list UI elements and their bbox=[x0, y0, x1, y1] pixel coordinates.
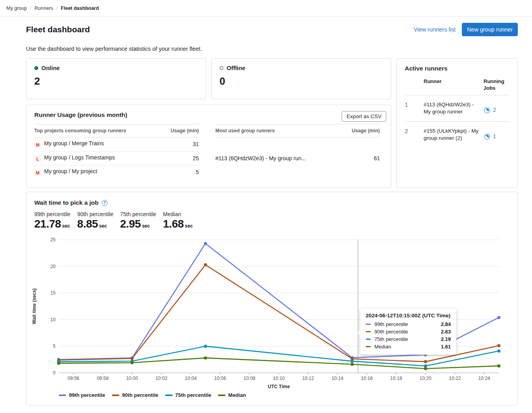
online-status-icon bbox=[34, 66, 38, 70]
offline-status-icon bbox=[219, 66, 223, 70]
stat-75th-percentile: 75th percentile 2.95sec bbox=[120, 211, 156, 230]
svg-text:0: 0 bbox=[53, 370, 56, 376]
page-description: Use the dashboard to view performance st… bbox=[26, 46, 518, 52]
legend-swatch-99th bbox=[59, 394, 66, 396]
fleet-dashboard-page: My group / Runners / Fleet dashboard Fle… bbox=[0, 0, 532, 413]
online-runners-card: Online 2 bbox=[26, 58, 206, 99]
breadcrumb-separator: / bbox=[56, 6, 58, 11]
page-header: Fleet dashboard View runners list New gr… bbox=[26, 23, 518, 36]
chart-tooltip: 2024-06-12T10:15:00Z (UTC Time) 99th per… bbox=[360, 309, 456, 355]
project-usage: 5 bbox=[160, 165, 199, 179]
table-row: #113 (6QHdzW2e3) - My group run... 61 bbox=[216, 137, 380, 179]
running-jobs-count[interactable]: 2 bbox=[493, 107, 496, 113]
dashboard-cards: Online 2 Offline 0 Active runners Runner bbox=[26, 58, 518, 188]
running-jobs-column-header: Running Jobs bbox=[484, 78, 510, 92]
usage-tables: Top projects consuming group runners Usa… bbox=[34, 124, 380, 179]
runner-column-header: Runner bbox=[424, 78, 482, 92]
svg-text:10:10: 10:10 bbox=[273, 376, 285, 381]
table-row: MMy group / My project 5 bbox=[34, 165, 199, 179]
svg-text:5: 5 bbox=[53, 343, 56, 349]
svg-text:10:12: 10:12 bbox=[302, 376, 314, 381]
top-projects-column-header: Top projects consuming group runners bbox=[34, 124, 160, 137]
project-usage: 25 bbox=[160, 151, 199, 165]
project-usage: 31 bbox=[160, 137, 199, 152]
svg-text:10:04: 10:04 bbox=[185, 376, 197, 381]
tooltip-row: 75th percentile 2.19 bbox=[366, 336, 451, 342]
offline-count: 0 bbox=[219, 75, 383, 87]
online-count: 2 bbox=[34, 75, 198, 87]
runner-name: #155 (ULkKYpkpt) - My group runner (2) bbox=[424, 128, 482, 142]
project-avatar: M bbox=[34, 170, 41, 176]
online-label: Online bbox=[41, 65, 60, 71]
running-jobs-cell: 2 bbox=[484, 107, 510, 115]
runner-usage-card: Runner Usage (previous month) Export as … bbox=[26, 105, 391, 188]
series-swatch-90th bbox=[366, 331, 371, 332]
offline-label: Offline bbox=[227, 65, 246, 71]
running-jobs-count[interactable]: 1 bbox=[493, 133, 496, 139]
page-title: Fleet dashboard bbox=[26, 25, 90, 34]
series-swatch-median bbox=[366, 346, 371, 347]
legend-item-90th[interactable]: 90th percentile bbox=[112, 392, 158, 398]
offline-label-row: Offline bbox=[219, 65, 383, 71]
help-icon[interactable]: ? bbox=[102, 200, 108, 206]
series-swatch-99th bbox=[366, 324, 371, 325]
active-runners-header: Runner Running Jobs bbox=[405, 78, 510, 95]
breadcrumb-my-group[interactable]: My group bbox=[6, 6, 27, 11]
table-row: MMy group / Merge Trains 31 bbox=[34, 137, 199, 152]
project-name: My group / Merge Trains bbox=[44, 140, 104, 146]
project-avatar: L bbox=[34, 156, 41, 162]
breadcrumb: My group / Runners / Fleet dashboard bbox=[0, 0, 532, 17]
running-status-icon bbox=[484, 107, 491, 114]
legend-item-75th[interactable]: 75th percentile bbox=[165, 392, 212, 398]
svg-text:10:16: 10:16 bbox=[361, 376, 373, 381]
running-jobs-cell: 1 bbox=[484, 133, 510, 142]
active-runners-panel: Active runners Runner Running Jobs 1 #11… bbox=[396, 58, 518, 188]
most-used-runners-table: Most used group runners Usage (min) #113… bbox=[216, 124, 380, 179]
wait-time-title-row: Wait time to pick a job ? bbox=[26, 192, 517, 206]
table-row: 1 #113 (6QHdzW2e3) - My group runner 2 bbox=[405, 95, 510, 122]
running-status-icon bbox=[484, 133, 491, 140]
table-row: LMy group / Logs Timestamps 25 bbox=[34, 151, 199, 165]
svg-text:20: 20 bbox=[50, 264, 56, 269]
breadcrumb-runners[interactable]: Runners bbox=[35, 6, 53, 11]
tooltip-row: 90th percentile 2.63 bbox=[366, 329, 451, 335]
wait-time-stats: 99th percentile 21.78sec 90th percentile… bbox=[34, 211, 517, 230]
active-runners-title: Active runners bbox=[405, 65, 510, 72]
legend-swatch-90th bbox=[112, 394, 119, 396]
header-actions: View runners list New group runner bbox=[414, 23, 518, 36]
usage-min-column-header: Usage (min) bbox=[341, 124, 380, 137]
series-swatch-75th bbox=[366, 339, 371, 340]
new-group-runner-button[interactable]: New group runner bbox=[462, 23, 518, 36]
top-projects-table: Top projects consuming group runners Usa… bbox=[34, 124, 199, 179]
wait-time-title: Wait time to pick a job bbox=[34, 199, 99, 206]
svg-text:09:58: 09:58 bbox=[97, 376, 109, 381]
stat-99th-percentile: 99th percentile 21.78sec bbox=[34, 211, 71, 230]
svg-text:10:20: 10:20 bbox=[420, 376, 432, 381]
project-name: My group / Logs Timestamps bbox=[44, 154, 115, 161]
view-runners-list-link[interactable]: View runners list bbox=[414, 26, 456, 33]
runner-usage-title: Runner Usage (previous month) bbox=[34, 111, 380, 119]
legend-item-99th[interactable]: 99th percentile bbox=[59, 392, 105, 398]
runner-name: #113 (6QHdzW2e3) - My group runner bbox=[424, 101, 482, 115]
project-avatar: M bbox=[34, 142, 41, 148]
svg-text:10:14: 10:14 bbox=[331, 376, 343, 381]
svg-text:10:22: 10:22 bbox=[449, 376, 461, 381]
svg-text:15: 15 bbox=[50, 290, 56, 296]
legend-swatch-75th bbox=[165, 394, 173, 396]
legend-swatch-median bbox=[218, 394, 225, 396]
active-runners-table: Runner Running Jobs 1 #113 (6QHdzW2e3) -… bbox=[405, 78, 510, 148]
tooltip-row: Median 1.61 bbox=[366, 344, 451, 350]
svg-text:10:18: 10:18 bbox=[390, 376, 402, 381]
svg-text:09:56: 09:56 bbox=[67, 376, 79, 381]
svg-text:10:08: 10:08 bbox=[244, 376, 255, 381]
most-used-column-header: Most used group runners bbox=[216, 124, 341, 137]
runner-usage-value: 61 bbox=[341, 137, 380, 179]
index-column-header bbox=[405, 78, 422, 92]
svg-text:UTC Time: UTC Time bbox=[268, 384, 290, 389]
export-csv-button[interactable]: Export as CSV bbox=[342, 111, 386, 122]
breadcrumb-separator: / bbox=[30, 6, 31, 11]
online-label-row: Online bbox=[34, 65, 198, 71]
legend-item-median[interactable]: Median bbox=[218, 392, 246, 398]
runner-rank: 1 bbox=[405, 101, 422, 115]
svg-text:25: 25 bbox=[50, 237, 56, 243]
